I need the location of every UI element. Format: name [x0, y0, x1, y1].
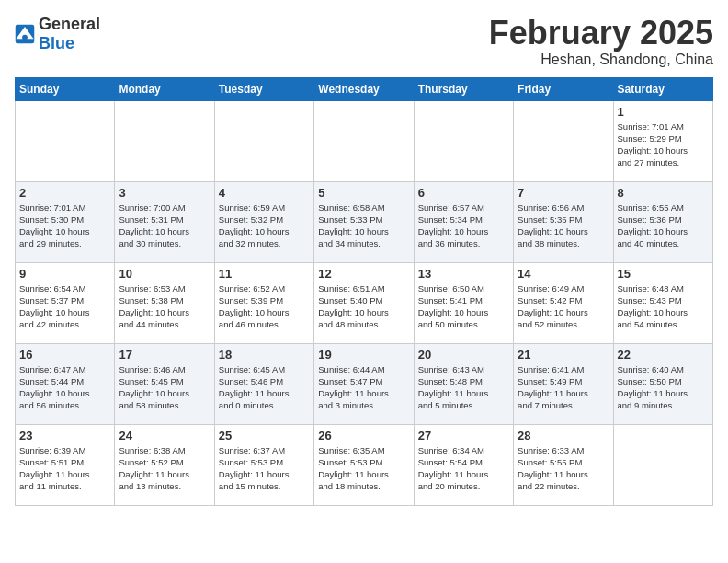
calendar-cell: 15Sunrise: 6:48 AM Sunset: 5:43 PM Dayli…: [613, 262, 712, 343]
day-number: 2: [19, 186, 110, 200]
calendar-cell: [314, 100, 414, 181]
day-of-week-header: Monday: [115, 77, 214, 100]
calendar-cell: [214, 100, 313, 181]
day-info: Sunrise: 6:55 AM Sunset: 5:36 PM Dayligh…: [618, 201, 709, 250]
title-area: February 2025 Heshan, Shandong, China: [489, 15, 713, 68]
day-info: Sunrise: 6:35 AM Sunset: 5:53 PM Dayligh…: [318, 444, 409, 493]
calendar-week-row: 9Sunrise: 6:54 AM Sunset: 5:37 PM Daylig…: [16, 262, 713, 343]
calendar-cell: 20Sunrise: 6:43 AM Sunset: 5:48 PM Dayli…: [414, 343, 513, 424]
calendar-cell: 10Sunrise: 6:53 AM Sunset: 5:38 PM Dayli…: [115, 262, 214, 343]
day-info: Sunrise: 6:37 AM Sunset: 5:53 PM Dayligh…: [219, 444, 310, 493]
calendar-cell: 19Sunrise: 6:44 AM Sunset: 5:47 PM Dayli…: [314, 343, 414, 424]
day-info: Sunrise: 6:44 AM Sunset: 5:47 PM Dayligh…: [318, 363, 409, 412]
calendar-cell: [414, 100, 513, 181]
calendar-subtitle: Heshan, Shandong, China: [489, 52, 713, 68]
day-number: 19: [318, 348, 409, 362]
day-info: Sunrise: 6:56 AM Sunset: 5:35 PM Dayligh…: [518, 201, 609, 250]
day-info: Sunrise: 6:58 AM Sunset: 5:33 PM Dayligh…: [318, 201, 409, 250]
calendar-cell: [16, 100, 115, 181]
day-number: 17: [119, 348, 210, 362]
day-info: Sunrise: 6:46 AM Sunset: 5:45 PM Dayligh…: [119, 363, 210, 412]
day-info: Sunrise: 6:50 AM Sunset: 5:41 PM Dayligh…: [418, 282, 509, 331]
calendar-week-row: 16Sunrise: 6:47 AM Sunset: 5:44 PM Dayli…: [16, 343, 713, 424]
day-info: Sunrise: 7:01 AM Sunset: 5:29 PM Dayligh…: [618, 121, 709, 169]
day-number: 4: [219, 186, 310, 200]
calendar-cell: 25Sunrise: 6:37 AM Sunset: 5:53 PM Dayli…: [214, 424, 313, 505]
calendar-cell: [514, 100, 613, 181]
day-info: Sunrise: 6:41 AM Sunset: 5:49 PM Dayligh…: [518, 363, 609, 412]
day-number: 27: [418, 429, 509, 442]
calendar-cell: 1Sunrise: 7:01 AM Sunset: 5:29 PM Daylig…: [613, 100, 712, 181]
day-number: 25: [219, 429, 310, 442]
day-number: 1: [618, 105, 709, 119]
logo-icon: [15, 24, 35, 44]
day-number: 23: [19, 429, 110, 442]
day-of-week-header: Wednesday: [314, 77, 414, 100]
day-info: Sunrise: 6:40 AM Sunset: 5:50 PM Dayligh…: [618, 363, 709, 412]
day-info: Sunrise: 6:52 AM Sunset: 5:39 PM Dayligh…: [219, 282, 310, 331]
day-of-week-header: Saturday: [613, 77, 712, 100]
calendar-cell: 24Sunrise: 6:38 AM Sunset: 5:52 PM Dayli…: [115, 424, 214, 505]
calendar-cell: [613, 424, 712, 505]
calendar-cell: 18Sunrise: 6:45 AM Sunset: 5:46 PM Dayli…: [214, 343, 313, 424]
day-of-week-header: Thursday: [414, 77, 513, 100]
svg-point-2: [22, 35, 28, 40]
calendar-table: SundayMondayTuesdayWednesdayThursdayFrid…: [15, 77, 713, 506]
day-info: Sunrise: 6:57 AM Sunset: 5:34 PM Dayligh…: [418, 201, 509, 250]
day-number: 28: [518, 429, 609, 442]
calendar-cell: 7Sunrise: 6:56 AM Sunset: 5:35 PM Daylig…: [514, 181, 613, 262]
calendar-week-row: 1Sunrise: 7:01 AM Sunset: 5:29 PM Daylig…: [16, 100, 713, 181]
calendar-cell: 11Sunrise: 6:52 AM Sunset: 5:39 PM Dayli…: [214, 262, 313, 343]
calendar-cell: 5Sunrise: 6:58 AM Sunset: 5:33 PM Daylig…: [314, 181, 414, 262]
calendar-cell: 6Sunrise: 6:57 AM Sunset: 5:34 PM Daylig…: [414, 181, 513, 262]
logo-text: General Blue: [39, 15, 100, 53]
day-number: 24: [119, 429, 210, 442]
calendar-cell: 26Sunrise: 6:35 AM Sunset: 5:53 PM Dayli…: [314, 424, 414, 505]
day-info: Sunrise: 6:34 AM Sunset: 5:54 PM Dayligh…: [418, 444, 509, 493]
logo-general: General: [39, 15, 100, 33]
day-info: Sunrise: 6:51 AM Sunset: 5:40 PM Dayligh…: [318, 282, 409, 331]
calendar-cell: 28Sunrise: 6:33 AM Sunset: 5:55 PM Dayli…: [514, 424, 613, 505]
day-number: 13: [418, 267, 509, 281]
header-row: SundayMondayTuesdayWednesdayThursdayFrid…: [16, 77, 713, 100]
day-info: Sunrise: 6:43 AM Sunset: 5:48 PM Dayligh…: [418, 363, 509, 412]
day-info: Sunrise: 6:33 AM Sunset: 5:55 PM Dayligh…: [518, 444, 609, 493]
day-number: 21: [518, 348, 609, 362]
logo: General Blue: [15, 15, 100, 53]
day-number: 14: [518, 267, 609, 281]
day-info: Sunrise: 6:38 AM Sunset: 5:52 PM Dayligh…: [119, 444, 210, 493]
day-of-week-header: Friday: [514, 77, 613, 100]
calendar-cell: 27Sunrise: 6:34 AM Sunset: 5:54 PM Dayli…: [414, 424, 513, 505]
calendar-cell: 22Sunrise: 6:40 AM Sunset: 5:50 PM Dayli…: [613, 343, 712, 424]
day-info: Sunrise: 7:00 AM Sunset: 5:31 PM Dayligh…: [119, 201, 210, 250]
day-number: 3: [119, 186, 210, 200]
calendar-cell: 14Sunrise: 6:49 AM Sunset: 5:42 PM Dayli…: [514, 262, 613, 343]
day-info: Sunrise: 7:01 AM Sunset: 5:30 PM Dayligh…: [19, 201, 110, 250]
day-number: 7: [518, 186, 609, 200]
day-number: 5: [318, 186, 409, 200]
day-number: 20: [418, 348, 509, 362]
calendar-cell: 9Sunrise: 6:54 AM Sunset: 5:37 PM Daylig…: [16, 262, 115, 343]
day-number: 10: [119, 267, 210, 281]
calendar-cell: 23Sunrise: 6:39 AM Sunset: 5:51 PM Dayli…: [16, 424, 115, 505]
header: General Blue February 2025 Heshan, Shand…: [15, 15, 713, 68]
day-of-week-header: Tuesday: [214, 77, 313, 100]
calendar-cell: 2Sunrise: 7:01 AM Sunset: 5:30 PM Daylig…: [16, 181, 115, 262]
day-info: Sunrise: 6:54 AM Sunset: 5:37 PM Dayligh…: [19, 282, 110, 331]
calendar-cell: 8Sunrise: 6:55 AM Sunset: 5:36 PM Daylig…: [613, 181, 712, 262]
day-number: 22: [618, 348, 709, 362]
day-info: Sunrise: 6:49 AM Sunset: 5:42 PM Dayligh…: [518, 282, 609, 331]
day-number: 9: [19, 267, 110, 281]
day-info: Sunrise: 6:39 AM Sunset: 5:51 PM Dayligh…: [19, 444, 110, 493]
calendar-cell: 12Sunrise: 6:51 AM Sunset: 5:40 PM Dayli…: [314, 262, 414, 343]
calendar-cell: 17Sunrise: 6:46 AM Sunset: 5:45 PM Dayli…: [115, 343, 214, 424]
calendar-cell: 3Sunrise: 7:00 AM Sunset: 5:31 PM Daylig…: [115, 181, 214, 262]
day-info: Sunrise: 6:48 AM Sunset: 5:43 PM Dayligh…: [618, 282, 709, 331]
day-info: Sunrise: 6:53 AM Sunset: 5:38 PM Dayligh…: [119, 282, 210, 331]
logo-blue: Blue: [39, 34, 74, 52]
day-number: 15: [618, 267, 709, 281]
day-number: 18: [219, 348, 310, 362]
day-number: 11: [219, 267, 310, 281]
calendar-cell: 4Sunrise: 6:59 AM Sunset: 5:32 PM Daylig…: [214, 181, 313, 262]
day-info: Sunrise: 6:45 AM Sunset: 5:46 PM Dayligh…: [219, 363, 310, 412]
